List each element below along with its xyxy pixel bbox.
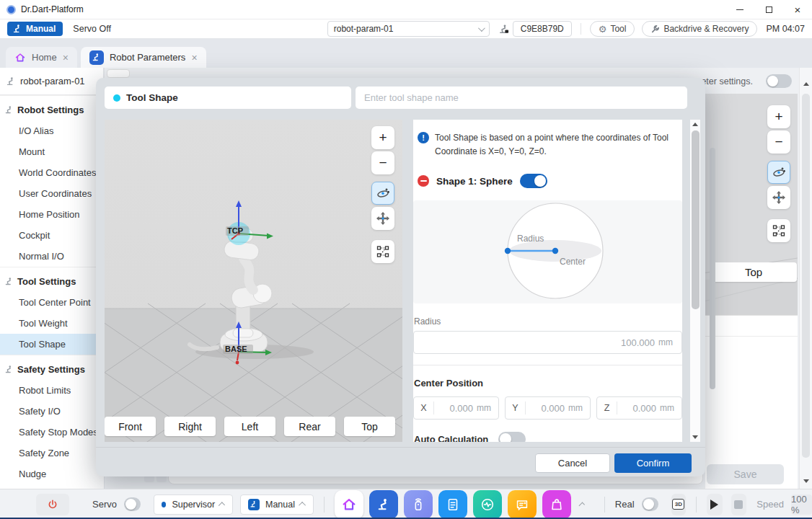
pan-button[interactable] (767, 186, 790, 209)
sidebar-item-nudge[interactable]: Nudge (0, 463, 104, 484)
sidebar-item-safety-io[interactable]: Safety I/O (0, 401, 104, 422)
tab-robot-parameters-close-icon[interactable]: × (191, 53, 197, 63)
tab-home[interactable]: Home × (6, 47, 77, 68)
role-dropdown[interactable]: Supervisor (154, 494, 233, 515)
store-app-icon[interactable] (542, 490, 571, 519)
scroll-up-icon[interactable] (692, 123, 698, 126)
menu-head-robot-settings: Robot Settings (0, 99, 104, 120)
measure-button[interactable] (371, 240, 394, 263)
app-dock (335, 490, 571, 519)
home-app-icon[interactable] (335, 490, 363, 519)
sidebar-item-tool-shape[interactable]: Tool Shape (0, 334, 104, 355)
base-label: BASE (225, 345, 247, 353)
speed-value[interactable]: 100 % (791, 494, 812, 515)
window-scrollbar[interactable] (799, 68, 812, 489)
remote-control-app-icon[interactable] (404, 490, 433, 519)
tool-button[interactable]: ⚙ Tool (590, 21, 635, 37)
dialog-footer: Cancel Confirm (96, 447, 705, 476)
tool-shape-name-input[interactable] (356, 86, 687, 109)
real-mode-toggle[interactable] (642, 497, 658, 511)
power-button[interactable] (36, 494, 69, 515)
measure-icon (376, 244, 390, 259)
view-top-button[interactable]: Top (344, 417, 395, 436)
servo-toggle[interactable] (124, 497, 141, 511)
zoom-out-button[interactable]: − (371, 151, 394, 174)
robot-3d-viewport[interactable]: TCP BASE + − (105, 120, 402, 442)
sidebar-item-normal-io[interactable]: Normal I/O (0, 246, 104, 267)
scroll-down-icon[interactable] (692, 435, 698, 439)
sidebar-item-robot-limits[interactable]: Robot Limits (0, 380, 104, 401)
measure-button[interactable] (767, 219, 790, 242)
view-front-button[interactable]: Front (105, 417, 156, 436)
panel-scrollbar-thumb[interactable] (692, 130, 700, 309)
save-button[interactable]: Save (707, 464, 784, 484)
gear-icon: ⚙ (599, 25, 607, 34)
mode-dropdown[interactable]: Manual (240, 494, 314, 515)
radius-input[interactable]: 100.000 mm (413, 331, 682, 354)
sidebar-item-cockpit[interactable]: Cockpit (0, 225, 104, 246)
divider (604, 497, 605, 513)
backdrive-recovery-button[interactable]: Backdrive & Recovery (642, 21, 757, 37)
view-left-button[interactable]: Left (224, 417, 275, 436)
zoom-out-button[interactable]: − (767, 130, 790, 154)
robot-parameters-app-icon[interactable] (369, 490, 398, 519)
scroll-down-icon[interactable] (803, 479, 809, 483)
minimize-button[interactable] (725, 0, 754, 19)
sidebar-item-safety-stop-modes[interactable]: Safety Stop Modes (0, 422, 104, 443)
view-right-button[interactable]: Right (164, 417, 216, 436)
sidebar-item-world-coordinates[interactable]: World Coordinates (0, 162, 104, 183)
center-z-input[interactable]: Z 0.000 mm (596, 396, 682, 420)
maximize-button[interactable] (754, 0, 783, 19)
dock-expand-icon[interactable] (578, 502, 584, 508)
orbit-rotate-button[interactable] (371, 182, 394, 205)
monitoring-app-icon[interactable] (473, 490, 502, 519)
remove-shape-icon[interactable] (418, 175, 429, 187)
zoom-in-button[interactable]: + (371, 126, 394, 149)
role-value: Supervisor (172, 500, 215, 510)
sidebar-item-tool-weight[interactable]: Tool Weight (0, 313, 104, 334)
center-y-input[interactable]: Y 0.000 mm (505, 396, 591, 420)
menu-head-safety-settings: Safety Settings (0, 358, 104, 380)
robot-icon (4, 365, 14, 374)
tab-robot-parameters[interactable]: Robot Parameters × (81, 47, 206, 68)
play-button[interactable] (707, 494, 723, 515)
view-3d-button[interactable]: 3D (671, 494, 687, 515)
pan-button[interactable] (371, 207, 394, 230)
chevron-down-icon (478, 25, 485, 32)
view-rear-button[interactable]: Rear (284, 417, 335, 436)
tab-home-close-icon[interactable]: × (63, 53, 69, 63)
message-app-icon[interactable] (508, 490, 537, 519)
background-scrollbar-thumb[interactable] (710, 148, 715, 389)
manual-mode-button[interactable]: Manual (7, 22, 63, 36)
robot-icon (6, 76, 16, 86)
sidebar-item-user-coordinates[interactable]: User Coordinates (0, 183, 104, 204)
orbit-rotate-button[interactable] (767, 161, 790, 184)
cancel-button[interactable]: Cancel (535, 453, 610, 473)
close-button[interactable]: × (783, 0, 812, 19)
shape-enable-toggle[interactable] (520, 174, 547, 188)
sidebar-item-mount[interactable]: Mount (0, 141, 104, 162)
window-scrollbar-thumb[interactable] (802, 94, 810, 458)
sidebar-item-home-position[interactable]: Home Position (0, 204, 104, 225)
zoom-in-button[interactable]: + (767, 105, 790, 128)
tab-bar: Home × Robot Parameters × (0, 39, 812, 68)
sidebar-item-safety-zone[interactable]: Safety Zone (0, 443, 104, 463)
panel-scrollbar[interactable] (690, 120, 700, 442)
task-writer-app-icon[interactable] (438, 490, 467, 519)
scroll-up-icon[interactable] (803, 82, 809, 86)
confirm-button[interactable]: Confirm (614, 453, 692, 473)
dialog-title: Tool Shape (126, 92, 178, 103)
device-id-badge[interactable]: C9E8B79D (513, 21, 572, 37)
auto-calculation-toggle[interactable] (498, 432, 526, 442)
center-x-input[interactable]: X 0.000 mm (413, 396, 499, 420)
sidebar-param-name: robot-param-01 (20, 76, 85, 86)
stop-button[interactable] (731, 494, 747, 515)
sidebar-item-io-alias[interactable]: I/O Alias (0, 120, 104, 141)
sidebar-collapse-chip[interactable] (107, 69, 130, 78)
sidebar-param-header[interactable]: robot-param-01 (0, 68, 104, 95)
background-top-view-button[interactable]: Top (710, 262, 797, 282)
robot-param-dropdown[interactable]: robot-param-01 (327, 21, 490, 37)
settings-lock-toggle[interactable] (766, 74, 792, 88)
info-text: Tool Shape is based on a point where the… (435, 131, 673, 158)
sidebar-item-tool-center-point[interactable]: Tool Center Point (0, 292, 104, 313)
